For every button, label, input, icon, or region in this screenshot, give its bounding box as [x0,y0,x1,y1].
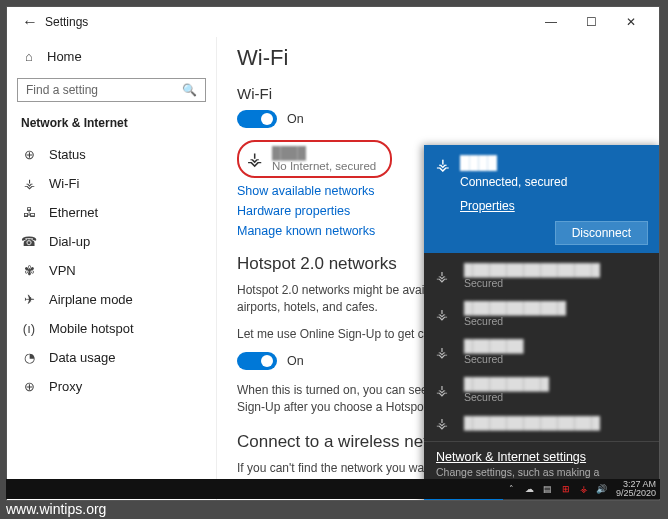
current-network-name: ████ [272,146,376,160]
flyout-ssid: ████ [460,155,497,170]
maximize-button[interactable]: ☐ [571,8,611,36]
sidebar-item-airplane[interactable]: ✈Airplane mode [17,285,206,314]
disconnect-button[interactable]: Disconnect [555,221,648,245]
flyout-network-item[interactable]: ⚶███████Secured [424,333,659,371]
wifi-secure-icon: ⚶ [436,268,454,284]
wifi-toggle-state: On [287,112,304,126]
sidebar-item-hotspot[interactable]: (ı)Mobile hotspot [17,314,206,343]
wifi-secure-icon: ⚶ [436,382,454,398]
back-button[interactable]: ← [15,8,45,36]
flyout-connected-panel[interactable]: ⚶ ████ Connected, secured Properties Dis… [424,145,659,253]
sidebar-item-wifi[interactable]: ⚶Wi-Fi [17,169,206,198]
home-icon: ⌂ [21,49,37,64]
search-input[interactable]: Find a setting 🔍 [17,78,206,102]
page-title: Wi-Fi [237,45,639,71]
tray-volume-icon[interactable]: 🔊 [594,484,610,494]
content-pane: Wi-Fi Wi-Fi On ⚶ ████ No Internet, secur… [217,37,659,500]
sidebar-item-status[interactable]: ⊕Status [17,140,206,169]
dialup-icon: ☎ [21,234,37,249]
sidebar-item-vpn[interactable]: ✾VPN [17,256,206,285]
titlebar: ← Settings — ☐ ✕ [7,7,659,37]
search-placeholder: Find a setting [26,83,182,97]
settings-window: ← Settings — ☐ ✕ ⌂ Home Find a setting 🔍… [6,6,660,501]
sidebar-item-datausage[interactable]: ◔Data usage [17,343,206,372]
current-network-status: No Internet, secured [272,160,376,172]
ethernet-icon: 🖧 [21,205,37,220]
minimize-button[interactable]: — [531,8,571,36]
status-icon: ⊕ [21,147,37,162]
tray-chevron-icon[interactable]: ˄ [504,484,520,494]
category-label: Network & Internet [17,116,206,130]
osu-toggle-state: On [287,354,304,368]
window-title: Settings [45,15,531,29]
flyout-properties-link[interactable]: Properties [460,199,515,213]
tray-network-icon[interactable]: ⚶ [576,484,592,494]
sidebar-item-ethernet[interactable]: 🖧Ethernet [17,198,206,227]
wifi-signal-icon: ⚶ [436,155,450,174]
wifi-icon: ⚶ [21,176,37,191]
wifi-secure-icon: ⚶ [436,344,454,360]
flyout-network-item[interactable]: ⚶████████████Secured [424,295,659,333]
wifi-signal-icon: ⚶ [247,148,262,170]
wifi-toggle[interactable] [237,110,277,128]
taskbar: ˄ ☁ ▤ ⊞ ⚶ 🔊 3:27 AM 9/25/2020 [6,479,660,499]
flyout-network-list: ⚶████████████████Secured ⚶████████████Se… [424,253,659,441]
wifi-secure-icon: ⚶ [436,415,454,431]
current-network-card[interactable]: ⚶ ████ No Internet, secured [237,140,392,178]
close-button[interactable]: ✕ [611,8,651,36]
watermark: www.wintips.org [6,501,106,517]
home-button[interactable]: ⌂ Home [17,43,206,70]
sidebar-item-proxy[interactable]: ⊕Proxy [17,372,206,401]
datausage-icon: ◔ [21,350,37,365]
flyout-network-item[interactable]: ⚶████████████████ [424,409,659,437]
wifi-secure-icon: ⚶ [436,306,454,322]
airplane-icon: ✈ [21,292,37,307]
clock[interactable]: 3:27 AM 9/25/2020 [616,480,656,498]
flyout-network-item[interactable]: ⚶████████████████Secured [424,257,659,295]
search-icon: 🔍 [182,83,197,97]
tray-app-icon[interactable]: ⊞ [558,484,574,494]
vpn-icon: ✾ [21,263,37,278]
tray-cloud-icon[interactable]: ☁ [522,484,538,494]
sidebar: ⌂ Home Find a setting 🔍 Network & Intern… [7,37,217,500]
clock-date: 9/25/2020 [616,489,656,498]
flyout-status: Connected, secured [460,175,648,189]
home-label: Home [47,49,82,64]
network-flyout: ⚶ ████ Connected, secured Properties Dis… [424,145,659,500]
flyout-settings-link[interactable]: Network & Internet settings [436,450,648,464]
proxy-icon: ⊕ [21,379,37,394]
flyout-network-item[interactable]: ⚶██████████Secured [424,371,659,409]
tray-app-icon[interactable]: ▤ [540,484,556,494]
hotspot-icon: (ı) [21,321,37,336]
osu-toggle[interactable] [237,352,277,370]
wifi-subhead: Wi-Fi [237,85,639,102]
sidebar-item-dialup[interactable]: ☎Dial-up [17,227,206,256]
